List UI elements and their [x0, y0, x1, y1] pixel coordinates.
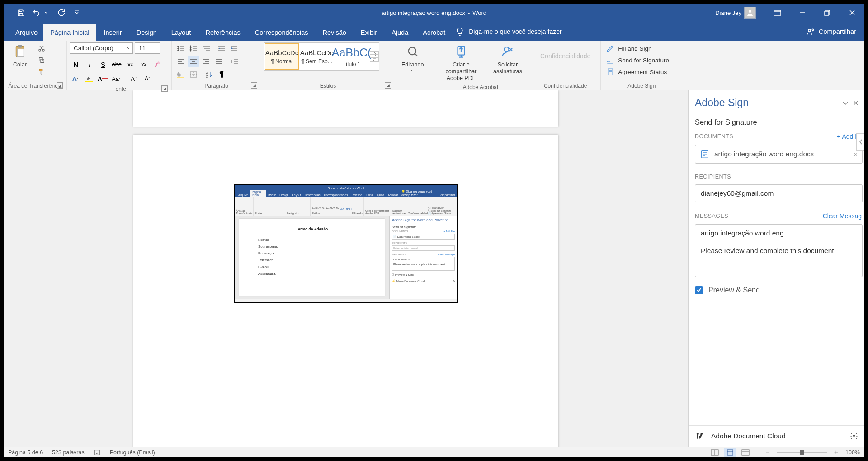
- language-indicator[interactable]: Português (Brasil): [110, 449, 155, 456]
- tell-me[interactable]: Diga-me o que você deseja fazer: [453, 27, 566, 41]
- align-left-button[interactable]: [175, 56, 187, 67]
- styles-expand[interactable]: [370, 58, 378, 62]
- align-right-button[interactable]: [200, 56, 212, 67]
- svg-rect-79: [94, 450, 99, 455]
- grow-font-button[interactable]: A˄: [128, 73, 140, 84]
- line-spacing-button[interactable]: [228, 56, 240, 67]
- paste-button[interactable]: Colar: [6, 42, 33, 73]
- zoom-in-button[interactable]: +: [832, 448, 840, 456]
- chevron-down-icon[interactable]: [44, 11, 48, 14]
- multilevel-button[interactable]: [200, 43, 212, 54]
- confidentiality-button[interactable]: Confidencialidade: [533, 42, 598, 60]
- send-for-signature-button[interactable]: Send for Signature: [606, 55, 669, 65]
- inc-indent-button[interactable]: [228, 43, 240, 54]
- italic-button[interactable]: I: [84, 59, 95, 70]
- styles-scroll-up[interactable]: [370, 52, 378, 55]
- dec-indent-button[interactable]: [216, 43, 227, 54]
- highlight-button[interactable]: [84, 73, 95, 84]
- tab-view[interactable]: Exibir: [354, 24, 384, 41]
- style-heading1[interactable]: AaBbC(Título 1: [335, 43, 368, 70]
- zoom-slider[interactable]: [777, 452, 827, 453]
- change-case-button[interactable]: Aa: [111, 73, 123, 84]
- qat-customize[interactable]: [70, 5, 84, 20]
- remove-document-icon[interactable]: ×: [854, 151, 858, 158]
- style-normal[interactable]: AaBbCcDc¶ Normal: [265, 43, 299, 70]
- styles-scroll-down[interactable]: [370, 55, 378, 58]
- tab-file[interactable]: Arquivo: [10, 24, 43, 41]
- tab-review[interactable]: Revisão: [315, 24, 353, 41]
- bullets-button[interactable]: [175, 43, 187, 54]
- cut-button[interactable]: [36, 43, 47, 54]
- tab-home[interactable]: Página Inicial: [43, 24, 96, 41]
- close-button[interactable]: [840, 4, 864, 22]
- tab-design[interactable]: Design: [129, 24, 164, 41]
- agreement-status-button[interactable]: Agreement Status: [606, 67, 669, 77]
- maximize-button[interactable]: [815, 4, 840, 22]
- tab-acrobat[interactable]: Acrobat: [415, 24, 453, 41]
- print-layout-button[interactable]: [724, 448, 736, 457]
- numbering-button[interactable]: 123: [188, 43, 199, 54]
- underline-button[interactable]: S: [97, 59, 109, 70]
- recipient-input[interactable]: dianejey60@gmail.com: [695, 184, 863, 202]
- tab-help[interactable]: Ajuda: [384, 24, 415, 41]
- shading-button[interactable]: [175, 69, 187, 80]
- redo-button[interactable]: [54, 5, 69, 20]
- web-layout-button[interactable]: [739, 448, 752, 457]
- clear-message-link[interactable]: Clear Messag: [823, 212, 862, 220]
- dialog-launcher[interactable]: ◢: [251, 82, 257, 89]
- svg-line-17: [40, 46, 43, 50]
- style-no-spacing[interactable]: AaBbCcDc¶ Sem Esp...: [300, 43, 334, 70]
- align-center-button[interactable]: [188, 56, 199, 67]
- save-button[interactable]: [14, 5, 28, 20]
- text-effects-button[interactable]: A: [70, 73, 82, 84]
- pane-menu-icon[interactable]: [843, 101, 848, 105]
- minimize-button[interactable]: [790, 4, 815, 22]
- word-count[interactable]: 523 palavras: [52, 449, 85, 456]
- format-painter-button[interactable]: [36, 66, 47, 77]
- send-for-signature-heading: Send for Signature: [695, 113, 864, 133]
- message-body[interactable]: Please review and complete this document…: [695, 242, 862, 277]
- fill-and-sign-button[interactable]: Fill and Sign: [606, 43, 669, 53]
- pane-close-icon[interactable]: [853, 100, 859, 106]
- justify-button[interactable]: [213, 56, 225, 67]
- message-subject[interactable]: artigo integração word eng: [695, 225, 862, 242]
- message-box[interactable]: artigo integração word eng Please review…: [695, 224, 863, 277]
- zoom-level[interactable]: 100%: [845, 449, 860, 456]
- sort-button[interactable]: AZ: [203, 69, 215, 80]
- document-area[interactable]: Documento 6.docx - Word Arquivo Página I…: [4, 90, 688, 447]
- borders-button[interactable]: [188, 69, 199, 80]
- create-share-pdf-button[interactable]: Criar e compartilhar Adobe PDF: [434, 42, 488, 83]
- gear-icon[interactable]: [850, 432, 858, 440]
- tab-references[interactable]: Referências: [198, 24, 247, 41]
- username[interactable]: Diane Jey: [715, 9, 741, 16]
- clear-format-button[interactable]: [151, 59, 163, 70]
- avatar[interactable]: [744, 7, 756, 19]
- undo-button[interactable]: [29, 5, 43, 20]
- page-indicator[interactable]: Página 5 de 6: [8, 449, 43, 456]
- shrink-font-button[interactable]: A˅: [142, 73, 153, 84]
- subscript-button[interactable]: x2: [124, 59, 136, 70]
- request-signatures-button[interactable]: Solicitar assinaturas: [488, 42, 527, 76]
- font-family-combo[interactable]: Calibri (Corpo): [70, 42, 133, 54]
- dialog-launcher[interactable]: ◢: [385, 82, 391, 89]
- font-color-button[interactable]: A: [97, 73, 109, 84]
- share-button[interactable]: Compartilhar: [802, 27, 864, 41]
- tab-insert[interactable]: Inserir: [96, 24, 129, 41]
- tab-mailings[interactable]: Correspondências: [248, 24, 316, 41]
- ribbon-display-options[interactable]: [765, 4, 790, 22]
- pane-collapse-button[interactable]: [856, 133, 864, 151]
- dialog-launcher[interactable]: ◢: [57, 82, 63, 89]
- read-mode-button[interactable]: [708, 448, 721, 457]
- bold-button[interactable]: N: [70, 59, 82, 70]
- preview-checkbox[interactable]: [695, 286, 703, 294]
- font-size-combo[interactable]: 11: [135, 42, 160, 54]
- spellcheck-icon[interactable]: [94, 449, 101, 456]
- zoom-out-button[interactable]: −: [764, 448, 771, 456]
- superscript-button[interactable]: x2: [138, 59, 150, 70]
- dialog-launcher[interactable]: ◢: [161, 85, 168, 92]
- editing-menu[interactable]: Editando: [398, 42, 427, 73]
- show-marks-button[interactable]: ¶: [216, 69, 227, 80]
- copy-button[interactable]: [36, 55, 47, 66]
- strike-button[interactable]: abc: [111, 59, 123, 70]
- tab-layout[interactable]: Layout: [164, 24, 198, 41]
